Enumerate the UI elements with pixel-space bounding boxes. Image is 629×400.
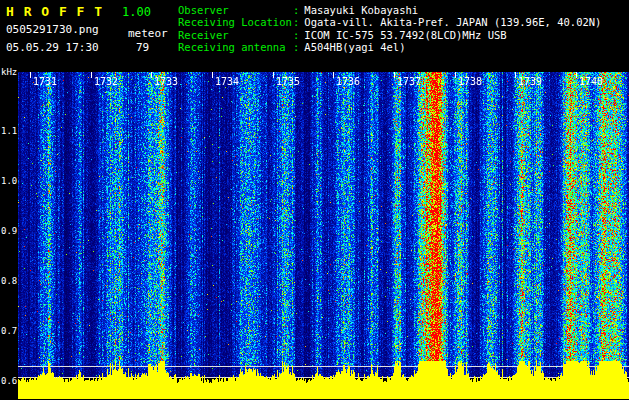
info-value: ICOM IC-575 53.7492(8LCD)MHz USB xyxy=(304,29,506,41)
x-tick-1731: 1731 xyxy=(33,76,57,87)
observer-info-block: Observer:Masayuki Kobayashi Receiving Lo… xyxy=(178,4,601,54)
x-tick-1733: 1733 xyxy=(154,76,178,87)
info-row-observer: Observer:Masayuki Kobayashi xyxy=(178,4,601,16)
output-filename: 0505291730.png xyxy=(6,23,99,36)
info-label: Receiving Location xyxy=(178,16,293,28)
app-title: H R O F F T xyxy=(6,4,103,19)
y-tick-1-0: 1.0 xyxy=(1,176,18,186)
meteor-count: 79 xyxy=(136,41,149,54)
hrofft-screen: H R O F F T 1.00 0505291730.png meteor 0… xyxy=(0,0,629,400)
y-tick-0-6: 0.6 xyxy=(1,376,18,386)
x-tick-1734: 1734 xyxy=(215,76,239,87)
y-tick-1-1: 1.1 xyxy=(1,126,18,136)
info-label: Observer xyxy=(178,4,293,16)
info-label: Receiver xyxy=(178,29,293,41)
x-tick-1739: 1739 xyxy=(518,76,542,87)
x-tick-1737: 1737 xyxy=(397,76,421,87)
y-tick-0-7: 0.7 xyxy=(1,326,18,336)
spectrogram-canvas xyxy=(18,72,629,400)
mode-label: meteor xyxy=(128,27,168,40)
observation-datetime: 05.05.29 17:30 xyxy=(6,41,99,54)
info-value: Ogata-vill. Akita-Pref. JAPAN (139.96E, … xyxy=(304,16,601,28)
x-tick-1732: 1732 xyxy=(94,76,118,87)
info-row-antenna: Receiving antenna:A504HB(yagi 4el) xyxy=(178,41,601,53)
info-label: Receiving antenna xyxy=(178,41,293,53)
x-tick-1738: 1738 xyxy=(458,76,482,87)
info-colon: : xyxy=(293,41,299,53)
info-row-receiver: Receiver:ICOM IC-575 53.7492(8LCD)MHz US… xyxy=(178,29,601,41)
info-colon: : xyxy=(293,16,299,28)
info-value: A504HB(yagi 4el) xyxy=(304,41,405,53)
info-colon: : xyxy=(293,4,299,16)
x-tick-1740: 1740 xyxy=(579,76,603,87)
y-tick-0-8: 0.8 xyxy=(1,276,18,286)
info-row-location: Receiving Location:Ogata-vill. Akita-Pre… xyxy=(178,16,601,28)
info-colon: : xyxy=(293,29,299,41)
info-value: Masayuki Kobayashi xyxy=(304,4,418,16)
y-axis-unit: kHz xyxy=(1,67,18,77)
app-version: 1.00 xyxy=(122,5,151,19)
y-tick-0-9: 0.9 xyxy=(1,226,18,236)
x-tick-1736: 1736 xyxy=(336,76,360,87)
x-tick-1735: 1735 xyxy=(276,76,300,87)
